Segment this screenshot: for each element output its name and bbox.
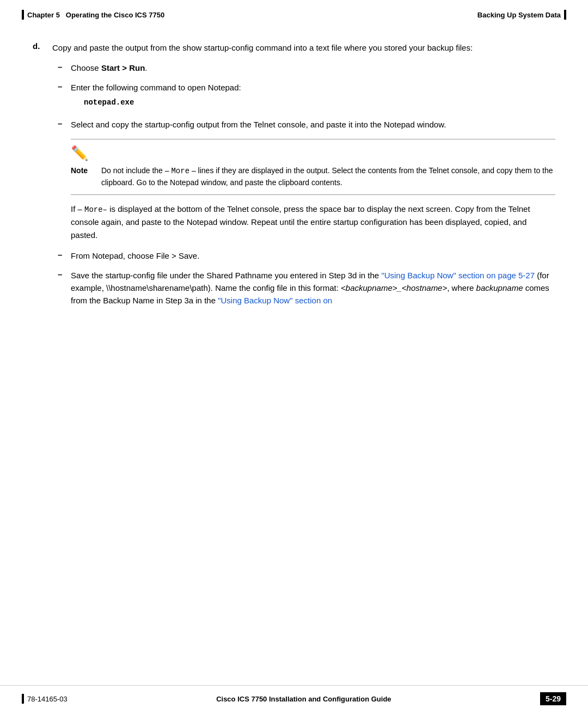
footer-page: 5-29 [540,692,566,705]
bullet-item-1: – Choose Start > Run. [58,62,555,74]
chapter-number: Chapter 5 [27,11,60,19]
link-using-backup-now-1[interactable]: "Using Backup Now" section on page 5-27 [381,271,535,280]
more-inline-code: More– [84,205,107,214]
main-content: d. Copy and paste the output from the sh… [0,25,588,339]
step-d: d. Copy and paste the output from the sh… [33,41,555,313]
header-bar-right-icon [564,10,566,20]
bullet-text-1: Choose Start > Run. [71,62,147,74]
bullet-item-file-save: – From Notepad, choose File > Save. [58,249,555,262]
page-header: Chapter 5 Operating the Cisco ICS 7750 B… [0,0,588,25]
bullet-list: – Choose Start > Run. – Enter the follow… [58,62,555,307]
note-section: ✏️ Note Do not include the – More – line… [71,139,555,195]
header-right: Backing Up System Data [477,10,566,20]
bullet-text-3: Select and copy the startup-config outpu… [71,118,446,131]
bullet-dash-1: – [58,62,64,71]
note-row: Note Do not include the – More – lines i… [71,165,555,189]
header-chapter-label: Chapter 5 Operating the Cisco ICS 7750 [27,11,164,19]
bullet-item-save-config: – Save the startup-config file under the… [58,269,555,307]
bullet-item-3: – Select and copy the startup-config out… [58,118,555,131]
step-d-label: d. [33,41,44,313]
header-right-title: Backing Up System Data [477,11,561,19]
bullet-dash-save-config: – [58,270,64,279]
note-more-code: More [171,167,189,175]
footer-center-text: Cisco ICS 7750 Installation and Configur… [216,695,391,703]
bold-start-run: Start > Run [101,63,145,72]
footer-page-number: 5-29 [540,692,566,705]
footer-bar-left-icon [22,694,24,704]
bullet-dash-2: – [58,82,64,91]
note-label: Note [71,165,95,175]
step-d-content: Copy and paste the output from the show … [52,41,555,313]
bullet-dash-3: – [58,119,64,128]
chapter-subtitle: Operating the Cisco ICS 7750 [66,11,164,19]
format-text: <backupname>_<hostname> [341,283,447,292]
header-bar-left-icon [22,10,24,20]
footer-doc-number: 78-14165-03 [27,695,68,703]
bullet-2-text: Enter the following command to open Note… [71,83,241,92]
bullet-item-2: – Enter the following command to open No… [58,81,555,112]
page-footer: 78-14165-03 Cisco ICS 7750 Installation … [0,685,588,714]
backupname-italic: backupname [476,283,523,292]
header-left: Chapter 5 Operating the Cisco ICS 7750 [22,10,164,20]
notepad-exe-code: notepad.exe [84,97,241,109]
bullet-text-save-config: Save the startup-config file under the S… [71,269,555,307]
bullet-text-file-save: From Notepad, choose File > Save. [71,249,199,262]
note-text: Do not include the – More – lines if the… [101,165,555,189]
link-using-backup-now-2[interactable]: "Using Backup Now" section on [218,296,332,305]
bullet-dash-file-save: – [58,250,64,259]
bullet-text-2: Enter the following command to open Note… [71,81,241,112]
step-d-intro: Copy and paste the output from the show … [52,41,555,54]
more-paragraph: If – More– is displayed at the bottom of… [71,203,555,242]
footer-left: 78-14165-03 [22,694,68,704]
note-pencil-icon: ✏️ [71,145,555,162]
